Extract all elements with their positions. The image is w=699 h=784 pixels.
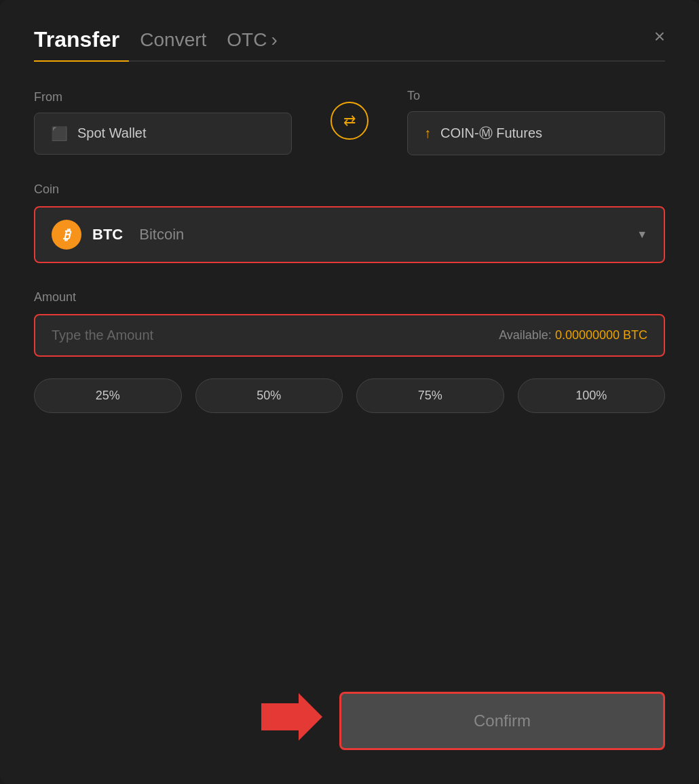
modal-header: Transfer Convert OTC › × bbox=[34, 27, 665, 60]
arrow-svg bbox=[261, 693, 322, 741]
coin-select-dropdown[interactable]: ₿ BTC Bitcoin ▼ bbox=[34, 206, 665, 263]
from-to-section: From ⬛ Spot Wallet ⇄ To ↑ COIN-Ⓜ Futures bbox=[34, 89, 665, 155]
swap-icon: ⇄ bbox=[343, 112, 356, 130]
from-wallet-name: Spot Wallet bbox=[77, 125, 147, 141]
percent-75-button[interactable]: 75% bbox=[356, 378, 504, 413]
coin-full-name: Bitcoin bbox=[139, 226, 184, 243]
amount-section: Amount Available: 0.00000000 BTC bbox=[34, 290, 665, 357]
to-label: To bbox=[407, 89, 665, 103]
swap-container: ⇄ bbox=[292, 102, 407, 142]
to-column: To ↑ COIN-Ⓜ Futures bbox=[407, 89, 665, 155]
header-underline bbox=[34, 60, 665, 62]
tab-convert[interactable]: Convert bbox=[140, 29, 206, 59]
from-wallet-select[interactable]: ⬛ Spot Wallet bbox=[34, 113, 292, 155]
tab-otc[interactable]: OTC › bbox=[227, 29, 277, 59]
wallet-icon: ⬛ bbox=[51, 125, 68, 142]
svg-marker-0 bbox=[261, 693, 322, 741]
available-amount: 0.00000000 BTC bbox=[555, 328, 647, 342]
confirm-button[interactable]: Confirm bbox=[339, 692, 665, 750]
chevron-right-icon: › bbox=[271, 29, 277, 51]
coin-label: Coin bbox=[34, 182, 665, 197]
confirm-section: Confirm bbox=[34, 692, 665, 750]
swap-button[interactable]: ⇄ bbox=[330, 102, 369, 140]
coin-section: Coin ₿ BTC Bitcoin ▼ bbox=[34, 182, 665, 290]
to-wallet-select[interactable]: ↑ COIN-Ⓜ Futures bbox=[407, 111, 665, 155]
available-text: Available: 0.00000000 BTC bbox=[499, 328, 647, 342]
arrow-indicator bbox=[261, 693, 322, 743]
close-button[interactable]: × bbox=[654, 27, 665, 46]
transfer-modal: Transfer Convert OTC › × From ⬛ Spot Wal… bbox=[0, 0, 699, 784]
amount-input-wrapper: Available: 0.00000000 BTC bbox=[34, 314, 665, 357]
percent-50-button[interactable]: 50% bbox=[195, 378, 343, 413]
to-wallet-name: COIN-Ⓜ Futures bbox=[440, 124, 542, 142]
futures-icon: ↑ bbox=[424, 125, 431, 141]
amount-label: Amount bbox=[34, 290, 665, 305]
percent-25-button[interactable]: 25% bbox=[34, 378, 182, 413]
coin-symbol: BTC bbox=[92, 226, 123, 243]
amount-input[interactable] bbox=[52, 328, 350, 343]
from-column: From ⬛ Spot Wallet bbox=[34, 90, 292, 155]
btc-icon: ₿ bbox=[52, 220, 81, 250]
coin-chevron-icon: ▼ bbox=[637, 229, 647, 241]
tab-transfer[interactable]: Transfer bbox=[34, 27, 119, 60]
from-label: From bbox=[34, 90, 292, 104]
percent-buttons: 25% 50% 75% 100% bbox=[34, 378, 665, 413]
percent-100-button[interactable]: 100% bbox=[518, 378, 666, 413]
